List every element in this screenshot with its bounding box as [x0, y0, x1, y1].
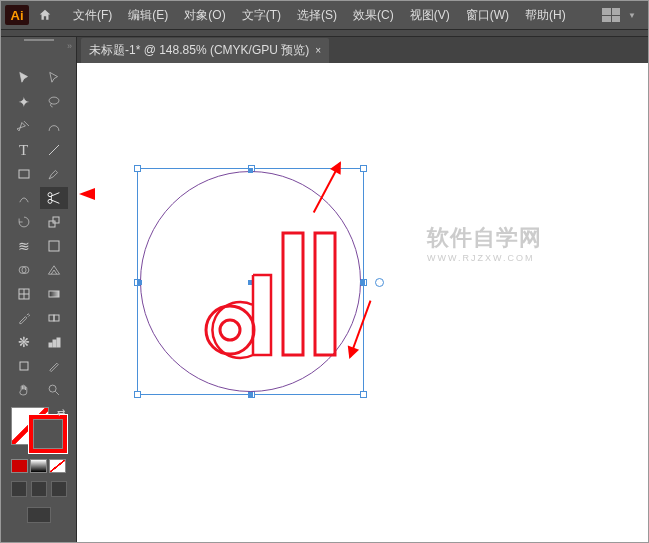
handle-sw[interactable] — [134, 391, 141, 398]
menu-object[interactable]: 对象(O) — [176, 7, 233, 24]
app-logo: Ai — [5, 5, 29, 25]
close-icon[interactable]: × — [315, 45, 321, 56]
perspective-grid-tool[interactable] — [40, 259, 68, 281]
direct-selection-tool[interactable] — [40, 67, 68, 89]
svg-rect-14 — [49, 315, 54, 321]
watermark-line1: 软件自学网 — [427, 223, 542, 253]
menu-edit[interactable]: 编辑(E) — [120, 7, 176, 24]
draw-mode-row — [11, 481, 67, 497]
svg-line-21 — [55, 391, 59, 395]
shape-builder-tool[interactable] — [10, 259, 38, 281]
stroke-color-swatch[interactable] — [29, 415, 67, 453]
selection-tool[interactable] — [10, 67, 38, 89]
line-tool[interactable] — [40, 139, 68, 161]
scissors-tool[interactable] — [40, 187, 68, 209]
svg-rect-19 — [20, 362, 28, 370]
toolbox: ✦ T ≋ ❋ — [1, 63, 77, 542]
color-swatch-area: ⇄ — [11, 407, 67, 473]
swap-colors-icon[interactable]: ⇄ — [57, 407, 65, 418]
lasso-tool[interactable] — [40, 91, 68, 113]
column-graph-tool[interactable] — [40, 331, 68, 353]
svg-rect-18 — [57, 338, 60, 347]
color-mode-gradient[interactable] — [30, 459, 47, 473]
anchor-top[interactable] — [248, 168, 253, 173]
menu-help[interactable]: 帮助(H) — [517, 7, 574, 24]
svg-rect-6 — [53, 217, 59, 223]
svg-line-1 — [49, 145, 59, 155]
anchor-bottom[interactable] — [248, 392, 253, 397]
control-bar — [1, 29, 648, 37]
menu-file[interactable]: 文件(F) — [65, 7, 120, 24]
handle-ne[interactable] — [360, 165, 367, 172]
color-mode-solid[interactable] — [11, 459, 28, 473]
rectangle-tool[interactable] — [10, 163, 38, 185]
menu-bar: Ai 文件(F) 编辑(E) 对象(O) 文字(T) 选择(S) 效果(C) 视… — [1, 1, 648, 29]
handle-se[interactable] — [360, 391, 367, 398]
document-tab-bar: 未标题-1* @ 148.85% (CMYK/GPU 预览) × — [77, 37, 648, 63]
menu-window[interactable]: 窗口(W) — [458, 7, 517, 24]
layout-icon[interactable] — [602, 8, 620, 22]
color-mode-row — [11, 459, 67, 473]
artboard-tool[interactable] — [10, 355, 38, 377]
watermark-line2: WWW.RJZXW.COM — [427, 253, 542, 263]
svg-point-23 — [220, 320, 240, 340]
eyedropper-tool[interactable] — [10, 307, 38, 329]
curvature-tool[interactable] — [40, 115, 68, 137]
screen-mode-toggle[interactable] — [27, 507, 51, 523]
svg-rect-13 — [49, 291, 59, 297]
magic-wand-tool[interactable]: ✦ — [10, 91, 38, 113]
hand-tool[interactable] — [10, 379, 38, 401]
handle-nw[interactable] — [134, 165, 141, 172]
type-tool[interactable]: T — [10, 139, 38, 161]
svg-rect-5 — [49, 221, 55, 227]
toolbox-header: » — [1, 37, 77, 63]
canvas[interactable]: 软件自学网 WWW.RJZXW.COM — [77, 63, 648, 542]
scale-tool[interactable] — [40, 211, 68, 233]
document-tab-label: 未标题-1* @ 148.85% (CMYK/GPU 预览) — [89, 42, 309, 59]
zoom-tool[interactable] — [40, 379, 68, 401]
color-mode-none[interactable] — [49, 459, 66, 473]
svg-point-0 — [49, 97, 59, 104]
svg-rect-16 — [49, 343, 52, 347]
layout-dropdown-icon[interactable]: ▼ — [628, 11, 636, 20]
draw-behind[interactable] — [31, 481, 47, 497]
menu-view[interactable]: 视图(V) — [402, 7, 458, 24]
document-tab[interactable]: 未标题-1* @ 148.85% (CMYK/GPU 预览) × — [81, 38, 329, 63]
pen-tool[interactable] — [10, 115, 38, 137]
symbol-sprayer-tool[interactable]: ❋ — [10, 331, 38, 353]
text-art-all[interactable] — [195, 205, 365, 369]
anchor-left[interactable] — [137, 280, 142, 285]
menu-select[interactable]: 选择(S) — [289, 7, 345, 24]
watermark: 软件自学网 WWW.RJZXW.COM — [427, 223, 542, 263]
live-corner-widget[interactable] — [375, 278, 384, 287]
shaper-tool[interactable] — [10, 187, 38, 209]
svg-rect-25 — [315, 233, 335, 355]
paintbrush-tool[interactable] — [40, 163, 68, 185]
home-icon[interactable] — [35, 5, 55, 25]
screen-mode-row — [27, 507, 51, 523]
gradient-tool[interactable] — [40, 283, 68, 305]
svg-rect-15 — [54, 315, 59, 321]
slice-tool[interactable] — [40, 355, 68, 377]
width-tool[interactable]: ≋ — [10, 235, 38, 257]
svg-rect-24 — [283, 233, 303, 355]
svg-rect-17 — [53, 340, 56, 347]
draw-normal[interactable] — [11, 481, 27, 497]
mesh-tool[interactable] — [10, 283, 38, 305]
annotation-arrow-tool — [79, 188, 95, 200]
svg-point-20 — [49, 385, 56, 392]
rotate-tool[interactable] — [10, 211, 38, 233]
menu-type[interactable]: 文字(T) — [234, 7, 289, 24]
draw-inside[interactable] — [51, 481, 67, 497]
blend-tool[interactable] — [40, 307, 68, 329]
svg-rect-7 — [49, 241, 59, 251]
free-transform-tool[interactable] — [40, 235, 68, 257]
menu-effect[interactable]: 效果(C) — [345, 7, 402, 24]
svg-rect-2 — [19, 170, 29, 178]
